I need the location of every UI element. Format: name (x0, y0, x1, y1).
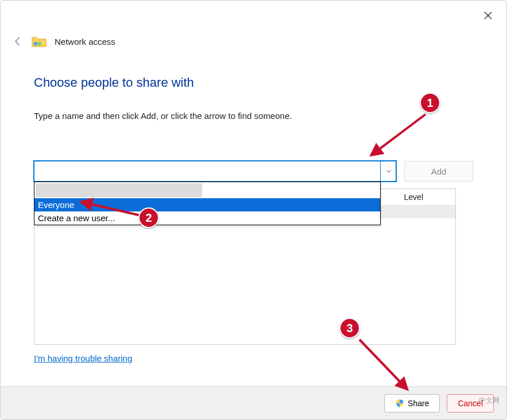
annotation-marker-3: 3 (339, 318, 360, 338)
permission-level-column: Level (404, 192, 444, 202)
people-input[interactable] (34, 161, 396, 182)
annotation-marker-1: 1 (420, 93, 440, 113)
close-button[interactable] (481, 9, 495, 22)
watermark-text: 中文网 (479, 396, 500, 406)
add-button[interactable]: Add (404, 161, 473, 182)
dialog-header: Network access (12, 35, 115, 48)
uac-shield-icon (395, 399, 404, 408)
close-icon (484, 11, 492, 20)
dropdown-item-current-user[interactable] (34, 182, 380, 198)
svg-point-1 (38, 42, 41, 45)
back-arrow-icon (13, 36, 23, 47)
share-button[interactable]: Share (384, 394, 440, 413)
dialog-title: Network access (55, 37, 115, 47)
annotation-arrow-3 (351, 335, 414, 392)
folder-share-icon (32, 35, 47, 48)
annotation-marker-2: 2 (138, 207, 159, 228)
page-heading: Choose people to share with (34, 75, 473, 90)
svg-point-0 (34, 42, 37, 45)
svg-line-3 (88, 203, 143, 216)
permission-list-body[interactable] (34, 206, 456, 345)
people-combobox[interactable] (34, 161, 396, 182)
combobox-dropdown-button[interactable] (380, 161, 396, 182)
redacted-text (36, 183, 202, 197)
dialog-footer: Share Cancel (1, 386, 506, 419)
annotation-arrow-1 (368, 110, 437, 161)
trouble-sharing-link[interactable]: I'm having trouble sharing (34, 353, 132, 363)
share-button-label: Share (408, 399, 429, 408)
svg-line-4 (359, 340, 402, 384)
svg-line-2 (377, 114, 425, 151)
back-button[interactable] (12, 36, 24, 47)
chevron-down-icon (386, 169, 392, 173)
